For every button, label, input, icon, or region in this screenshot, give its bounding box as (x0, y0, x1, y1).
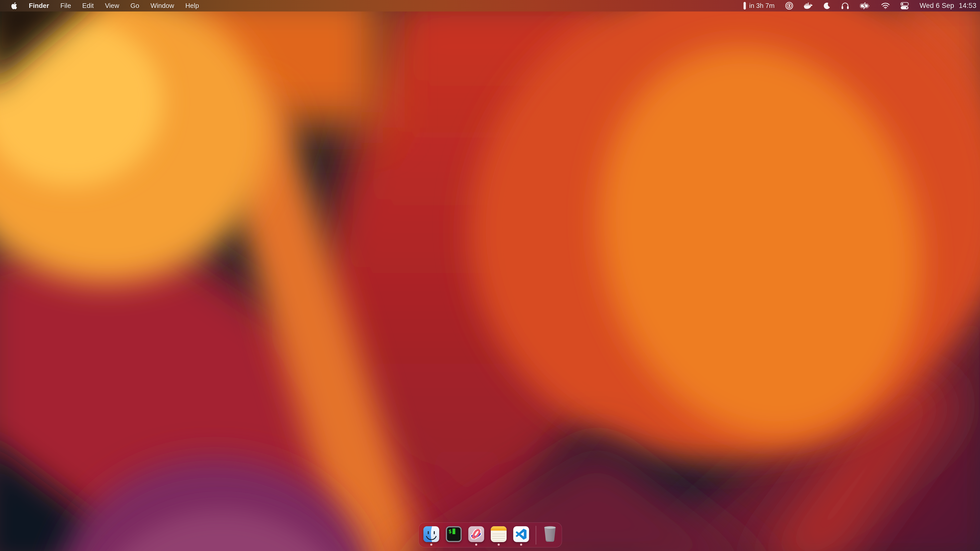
menu-go[interactable]: Go (130, 2, 139, 10)
menu-help[interactable]: Help (185, 2, 199, 10)
status-docker[interactable] (804, 2, 813, 9)
timer-label: in 3h 7m (749, 2, 775, 10)
notes-icon (491, 526, 507, 542)
status-focus[interactable] (823, 2, 830, 10)
control-center-icon (900, 2, 909, 10)
docker-whale-icon (804, 2, 813, 9)
macos-desktop: Finder File Edit View Go Window Help in … (0, 0, 980, 551)
menu-file[interactable]: File (60, 2, 71, 10)
dock-item-terminal[interactable]: $ (446, 523, 462, 547)
menu-bar-status: in 3h 7m (743, 2, 980, 10)
status-control-center[interactable] (900, 2, 909, 10)
dock-item-arc-browser[interactable] (468, 523, 484, 547)
battery-charging-icon (860, 2, 870, 10)
terminal-cursor (452, 529, 455, 534)
arc-browser-icon (468, 526, 484, 542)
notes-header-bar (491, 526, 507, 530)
menu-bar: Finder File Edit View Go Window Help in … (0, 0, 980, 11)
status-timer[interactable]: in 3h 7m (743, 2, 775, 10)
clock-time: 14:53 (959, 2, 977, 10)
status-sound[interactable] (841, 2, 849, 10)
dock-item-trash[interactable] (543, 523, 557, 547)
dock-item-vscode[interactable] (513, 523, 529, 547)
dock: $ (418, 522, 562, 548)
running-indicator (430, 544, 432, 546)
focus-moon-icon (823, 2, 830, 10)
menu-bar-clock[interactable]: Wed 6 Sep 14:53 (920, 2, 977, 10)
menu-edit[interactable]: Edit (82, 2, 94, 10)
desktop-wallpaper (0, 0, 980, 551)
running-indicator (475, 544, 477, 546)
dock-separator (536, 526, 536, 545)
keyhole-ring-icon (785, 2, 793, 10)
timer-capsule-icon (743, 2, 746, 10)
status-wifi[interactable] (881, 3, 890, 9)
terminal-prompt: $ (449, 529, 452, 534)
menu-window[interactable]: Window (151, 2, 174, 10)
vscode-icon (513, 526, 529, 542)
apple-menu[interactable] (11, 2, 18, 10)
status-battery[interactable] (860, 2, 870, 10)
finder-icon (423, 526, 439, 542)
dock-item-notes[interactable] (491, 523, 507, 547)
terminal-icon: $ (446, 526, 462, 542)
headphones-icon (841, 2, 849, 10)
running-indicator (520, 544, 522, 546)
wifi-icon (881, 3, 890, 9)
status-keyhole[interactable] (785, 2, 793, 10)
menu-app-name[interactable]: Finder (29, 2, 49, 10)
running-indicator (498, 544, 500, 546)
trash-icon (543, 525, 557, 543)
menu-bar-left: Finder File Edit View Go Window Help (0, 2, 199, 10)
apple-logo-icon (11, 2, 18, 10)
dock-item-finder[interactable] (423, 523, 439, 547)
menu-view[interactable]: View (105, 2, 119, 10)
clock-date: Wed 6 Sep (920, 2, 954, 10)
